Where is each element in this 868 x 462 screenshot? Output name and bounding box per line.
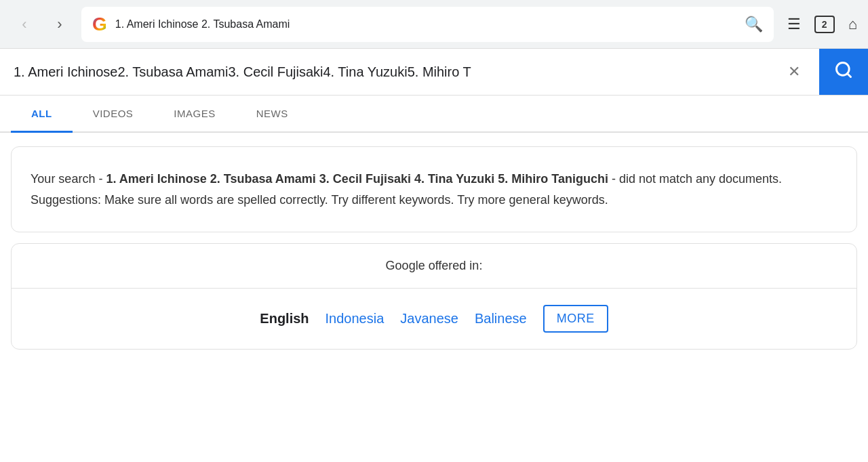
tabs-bar: ALL VIDEOS IMAGES NEWS (0, 96, 868, 133)
lang-indonesia[interactable]: Indonesia (326, 311, 384, 327)
lang-javanese[interactable]: Javanese (400, 311, 458, 327)
tab-news[interactable]: NEWS (236, 96, 309, 131)
svg-line-1 (847, 73, 850, 77)
search-button-icon (834, 60, 853, 84)
browser-bar: ‹ › G 1. Ameri Ichinose 2. Tsubasa Amami… (0, 0, 868, 49)
no-results-query: 1. Ameri Ichinose 2. Tsubasa Amami 3. Ce… (106, 172, 608, 186)
forward-button[interactable]: › (46, 10, 73, 39)
no-results-prefix: Your search - (31, 172, 106, 186)
tab-search-icon[interactable]: 🔍 (745, 16, 763, 33)
tab-images[interactable]: IMAGES (153, 96, 235, 131)
offered-in-header: Google offered in: (12, 244, 856, 289)
tab-title: 1. Ameri Ichinose 2. Tsubasa Amami (115, 18, 736, 30)
hamburger-icon[interactable]: ☰ (787, 16, 801, 33)
offered-card: Google offered in: English Indonesia Jav… (11, 243, 857, 350)
lang-more-button[interactable]: MORE (543, 305, 608, 333)
home-icon[interactable]: ⌂ (848, 16, 857, 33)
search-text: 1. Ameri Ichinose2. Tsubasa Amami3. Ceci… (14, 64, 783, 80)
main-content: Your search - 1. Ameri Ichinose 2. Tsuba… (0, 133, 868, 363)
offered-languages: English Indonesia Javanese Balinese MORE (12, 289, 856, 349)
search-bar-container: 1. Ameri Ichinose2. Tsubasa Amami3. Ceci… (0, 49, 868, 96)
google-logo: G (92, 14, 107, 35)
tab-all[interactable]: ALL (11, 96, 73, 131)
back-button[interactable]: ‹ (11, 10, 38, 39)
search-button[interactable] (819, 49, 868, 95)
clear-icon[interactable]: ✕ (783, 63, 806, 81)
search-input-area: 1. Ameri Ichinose2. Tsubasa Amami3. Ceci… (0, 49, 819, 95)
lang-english: English (260, 311, 309, 327)
lang-balinese[interactable]: Balinese (475, 311, 527, 327)
tab-videos[interactable]: VIDEOS (73, 96, 154, 131)
tab-area: G 1. Ameri Ichinose 2. Tsubasa Amami 🔍 (81, 7, 774, 42)
tab-count-box[interactable]: 2 (814, 16, 835, 33)
no-results-card: Your search - 1. Ameri Ichinose 2. Tsuba… (11, 146, 857, 232)
browser-icons: ☰ 2 ⌂ (787, 16, 857, 33)
